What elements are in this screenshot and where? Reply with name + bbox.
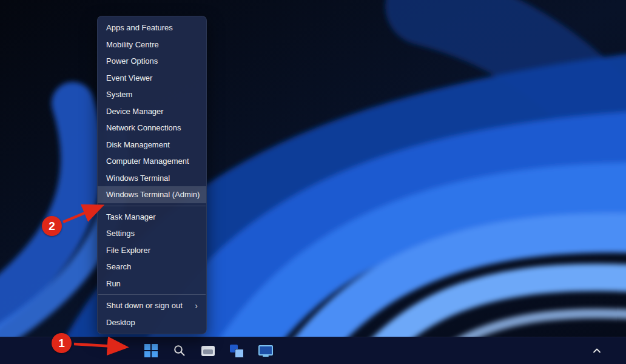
file-explorer-button[interactable] — [198, 341, 218, 360]
menu-item-label: Computer Management — [106, 157, 189, 166]
menu-item-label: Shut down or sign out — [106, 301, 183, 310]
menu-item-label: File Explorer — [106, 246, 150, 255]
menu-item-system[interactable]: System — [98, 86, 206, 103]
display-button[interactable] — [255, 341, 275, 360]
show-hidden-icons-button[interactable] — [587, 341, 607, 360]
menu-item-computer-management[interactable]: Computer Management — [98, 153, 206, 170]
file-explorer-icon — [201, 346, 215, 356]
menu-item-label: Power Options — [106, 56, 158, 66]
chevron-up-icon — [593, 348, 601, 354]
menu-item-label: Run — [106, 279, 121, 288]
menu-item-event-viewer[interactable]: Event Viewer — [98, 70, 206, 87]
menu-separator — [98, 206, 206, 206]
menu-item-search[interactable]: Search — [98, 258, 206, 275]
winx-menu: Apps and FeaturesMobility CentrePower Op… — [97, 16, 207, 334]
menu-item-label: Windows Terminal — [106, 174, 170, 183]
step-badge-1-label: 1 — [58, 337, 65, 350]
menu-item-network-connections[interactable]: Network Connections — [98, 120, 206, 136]
system-tray — [587, 337, 607, 364]
menu-item-label: Search — [106, 262, 131, 271]
search-button[interactable] — [170, 341, 189, 360]
menu-item-disk-management[interactable]: Disk Management — [98, 136, 206, 153]
menu-item-label: Device Manager — [106, 107, 164, 116]
menu-item-label: Mobility Centre — [106, 40, 159, 49]
menu-item-apps-and-features[interactable]: Apps and Features — [98, 19, 206, 36]
menu-item-label: Network Connections — [106, 123, 181, 132]
start-icon — [144, 344, 158, 357]
chevron-right-icon: › — [195, 302, 198, 310]
taskbar — [0, 337, 626, 364]
menu-item-windows-terminal-admin[interactable]: Windows Terminal (Admin) — [98, 186, 206, 203]
menu-item-shut-down-or-sign-out[interactable]: Shut down or sign out› — [98, 297, 206, 314]
taskbar-icons — [141, 337, 275, 364]
menu-item-label: Settings — [106, 229, 135, 238]
menu-item-label: Task Manager — [106, 212, 156, 221]
task-view-icon — [230, 345, 243, 357]
start-button[interactable] — [141, 341, 161, 360]
wallpaper — [0, 0, 626, 364]
menu-item-mobility-centre[interactable]: Mobility Centre — [98, 36, 206, 53]
step-badge-2-label: 2 — [49, 220, 55, 233]
search-icon — [173, 344, 186, 357]
menu-item-label: System — [106, 90, 132, 99]
display-icon — [258, 345, 272, 357]
menu-item-label: Apps and Features — [106, 23, 173, 32]
desktop: Apps and FeaturesMobility CentrePower Op… — [0, 0, 626, 364]
menu-item-label: Windows Terminal (Admin) — [106, 190, 200, 199]
menu-item-label: Desktop — [106, 318, 135, 327]
menu-item-windows-terminal[interactable]: Windows Terminal — [98, 170, 206, 187]
menu-item-run[interactable]: Run — [98, 275, 206, 292]
task-view-button[interactable] — [227, 341, 246, 360]
step-badge-2: 2 — [42, 216, 62, 236]
menu-item-settings[interactable]: Settings — [98, 225, 206, 242]
step-badge-1: 1 — [52, 333, 72, 353]
winx-menu-list: Apps and FeaturesMobility CentrePower Op… — [98, 19, 206, 331]
menu-item-power-options[interactable]: Power Options — [98, 53, 206, 70]
menu-item-label: Disk Management — [106, 140, 170, 149]
menu-item-file-explorer[interactable]: File Explorer — [98, 242, 206, 259]
menu-item-task-manager[interactable]: Task Manager — [98, 209, 206, 226]
menu-item-label: Event Viewer — [106, 73, 152, 83]
menu-item-desktop[interactable]: Desktop — [98, 314, 206, 331]
menu-separator — [98, 294, 206, 295]
menu-item-device-manager[interactable]: Device Manager — [98, 103, 206, 120]
